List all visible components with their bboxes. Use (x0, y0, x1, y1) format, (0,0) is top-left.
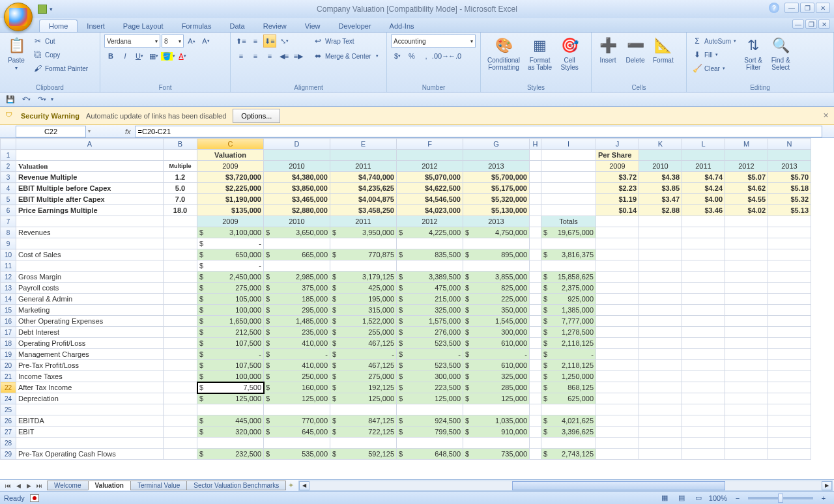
column-header-H[interactable]: H (530, 139, 541, 150)
zoom-out-button[interactable]: − (731, 492, 744, 505)
paste-button[interactable]: 📋 Paste ▾ (4, 35, 29, 92)
workbook-close-button[interactable]: ✕ (818, 20, 830, 29)
row-header-19[interactable]: 19 (1, 349, 16, 360)
scroll-left-button[interactable]: ◀ (299, 481, 309, 490)
align-center-button[interactable]: ≡ (249, 49, 262, 63)
cell-styles-button[interactable]: 🎯Cell Styles (557, 35, 582, 92)
merge-center-button[interactable]: ⬌Merge & Center▾ (311, 49, 381, 63)
percent-button[interactable]: % (405, 49, 418, 63)
column-header-J[interactable]: J (596, 139, 639, 150)
wrap-text-button[interactable]: ↩Wrap Text (311, 35, 381, 48)
workbook-minimize-button[interactable]: — (792, 20, 804, 29)
grow-font-button[interactable]: A▴ (185, 35, 198, 48)
spreadsheet-grid[interactable]: ABCDEFGHIJKLMN1ValuationPer Share2Valuat… (0, 138, 811, 460)
undo-button[interactable]: ↶▾ (20, 93, 33, 106)
select-all-corner[interactable] (1, 139, 16, 150)
office-button[interactable] (4, 3, 33, 31)
row-header-25[interactable]: 25 (1, 404, 16, 415)
decrease-decimal-button[interactable]: ←.0 (448, 49, 461, 63)
first-sheet-button[interactable]: ⏮ (3, 481, 13, 491)
close-button[interactable]: ✕ (816, 3, 830, 13)
sort-filter-button[interactable]: ⇅Sort & Filter (741, 35, 766, 92)
fill-button[interactable]: ⬇Fill▾ (691, 48, 738, 61)
font-size-combo[interactable]: 8▾ (162, 35, 184, 48)
tab-page-layout[interactable]: Page Layout (114, 20, 173, 32)
comma-button[interactable]: , (420, 49, 433, 63)
row-header-27[interactable]: 27 (1, 427, 16, 438)
tab-insert[interactable]: Insert (78, 20, 114, 32)
scroll-thumb[interactable] (512, 481, 725, 490)
row-header-10[interactable]: 10 (1, 249, 16, 260)
column-header-K[interactable]: K (639, 139, 682, 150)
increase-decimal-button[interactable]: .00→ (434, 49, 447, 63)
tab-developer[interactable]: Developer (329, 20, 380, 32)
scroll-right-button[interactable]: ▶ (822, 481, 832, 490)
cut-button[interactable]: ✂Cut (31, 35, 90, 48)
copy-button[interactable]: ⿻Copy (31, 48, 90, 61)
horizontal-scrollbar[interactable]: ◀ ▶ (298, 481, 833, 491)
align-bottom-button[interactable]: ⬇≡ (263, 35, 276, 48)
align-right-button[interactable]: ≡ (263, 49, 276, 63)
row-header-24[interactable]: 24 (1, 393, 16, 404)
underline-button[interactable]: U▾ (133, 49, 146, 63)
row-header-29[interactable]: 29 (1, 449, 16, 460)
formula-input[interactable] (135, 126, 822, 137)
fx-icon[interactable]: fx (121, 128, 135, 135)
page-break-view-button[interactable]: ▭ (692, 492, 705, 505)
workbook-restore-button[interactable]: ❐ (805, 20, 817, 29)
row-header-3[interactable]: 3 (1, 172, 16, 183)
row-header-16[interactable]: 16 (1, 316, 16, 327)
align-left-button[interactable]: ≡ (235, 49, 248, 63)
increase-indent-button[interactable]: ≡▶ (292, 49, 305, 63)
tab-home[interactable]: Home (39, 20, 78, 32)
row-header-11[interactable]: 11 (1, 260, 16, 272)
autosum-button[interactable]: ΣAutoSum▾ (691, 35, 738, 48)
row-header-12[interactable]: 12 (1, 272, 16, 283)
column-header-N[interactable]: N (768, 139, 811, 150)
tab-add-ins[interactable]: Add-Ins (381, 20, 424, 32)
italic-button[interactable]: I (119, 49, 132, 63)
tab-data[interactable]: Data (220, 20, 253, 32)
security-options-button[interactable]: Options... (233, 109, 280, 123)
qat-customize-icon[interactable]: ▾ (51, 96, 53, 102)
redo-button[interactable]: ↷▾ (35, 93, 48, 106)
column-header-I[interactable]: I (541, 139, 596, 150)
page-layout-view-button[interactable]: ▤ (675, 492, 688, 505)
sheet-tab-sector-valuation-benchmarks[interactable]: Sector Valuation Benchmarks (186, 481, 286, 490)
format-as-table-button[interactable]: ▦Format as Table (525, 35, 554, 92)
row-header-20[interactable]: 20 (1, 360, 16, 371)
column-header-G[interactable]: G (463, 139, 530, 150)
find-select-button[interactable]: 🔍Find & Select (768, 35, 793, 92)
zoom-level[interactable]: 100% (709, 494, 727, 502)
zoom-slider[interactable] (748, 497, 813, 499)
normal-view-button[interactable]: ▦ (658, 492, 671, 505)
sheet-tab-valuation[interactable]: Valuation (88, 481, 131, 490)
minimize-button[interactable]: — (784, 3, 799, 13)
row-header-15[interactable]: 15 (1, 305, 16, 316)
row-header-17[interactable]: 17 (1, 327, 16, 338)
row-header-21[interactable]: 21 (1, 371, 16, 382)
column-header-L[interactable]: L (682, 139, 725, 150)
prev-sheet-button[interactable]: ◀ (13, 481, 23, 491)
insert-cells-button[interactable]: ➕Insert (596, 35, 620, 92)
row-header-13[interactable]: 13 (1, 283, 16, 294)
save-button[interactable]: 💾 (4, 93, 17, 106)
column-header-B[interactable]: B (164, 139, 197, 150)
tab-review[interactable]: Review (254, 20, 296, 32)
help-icon[interactable]: ? (769, 3, 779, 13)
column-header-E[interactable]: E (330, 139, 397, 150)
row-header-18[interactable]: 18 (1, 338, 16, 349)
row-header-7[interactable]: 7 (1, 216, 16, 227)
name-box[interactable] (16, 126, 86, 137)
accounting-format-button[interactable]: $▾ (391, 49, 404, 63)
tab-view[interactable]: View (296, 20, 330, 32)
conditional-formatting-button[interactable]: 🎨Conditional Formatting (485, 35, 523, 92)
zoom-in-button[interactable]: + (817, 492, 830, 505)
align-top-button[interactable]: ⬆≡ (235, 35, 248, 48)
column-header-A[interactable]: A (16, 139, 164, 150)
number-format-combo[interactable]: Accounting▾ (391, 35, 476, 48)
shrink-font-button[interactable]: A▾ (199, 35, 212, 48)
security-close-icon[interactable]: ✕ (823, 111, 829, 120)
format-cells-button[interactable]: 📐Format (650, 35, 676, 92)
align-middle-button[interactable]: ≡ (249, 35, 262, 48)
